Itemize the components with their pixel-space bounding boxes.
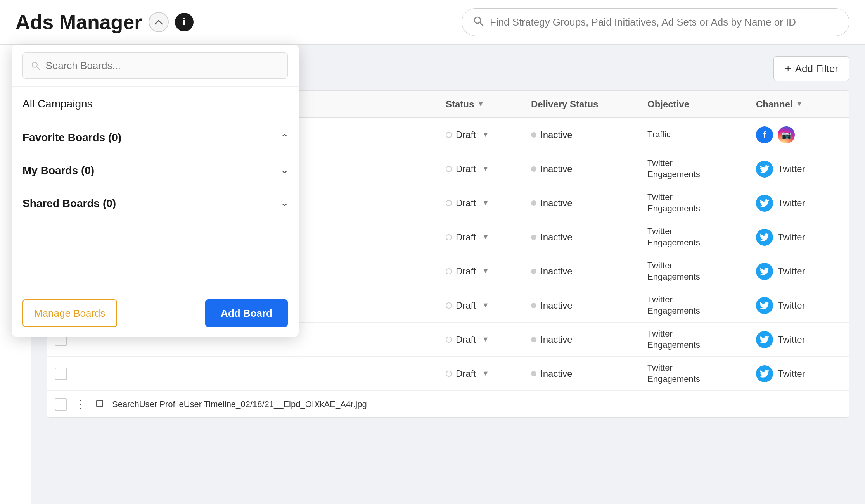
delivery-cell: Inactive [531, 164, 647, 174]
status-chevron-icon[interactable]: ▼ [482, 199, 489, 207]
bottom-action-row: ⋮ SearchUser ProfileUser Timeline_02/18/… [47, 391, 849, 417]
status-chevron-icon[interactable]: ▼ [482, 131, 489, 139]
status-indicator [446, 166, 452, 172]
status-chevron-icon[interactable]: ▼ [482, 233, 489, 241]
info-icon[interactable]: i [175, 13, 194, 31]
twitter-icon [756, 297, 773, 314]
status-chevron-icon[interactable]: ▼ [482, 267, 489, 275]
status-indicator [446, 268, 452, 274]
status-chevron-icon[interactable]: ▼ [482, 335, 489, 343]
status-cell: Draft ▼ [446, 300, 531, 311]
objective-cell: TwitterEngagements [647, 294, 756, 316]
global-search-input[interactable] [490, 16, 838, 28]
header: Ads Manager i [0, 0, 865, 45]
status-cell: Draft ▼ [446, 266, 531, 277]
shared-boards-header[interactable]: Shared Boards (0) ⌄ [12, 187, 299, 220]
delivery-cell: Inactive [531, 368, 647, 379]
add-board-button[interactable]: Add Board [205, 299, 288, 327]
channel-cell: Twitter [756, 161, 841, 178]
objective-cell: Traffic [647, 129, 756, 140]
col-status: Status ▼ [446, 99, 531, 110]
row-checkbox[interactable] [55, 368, 67, 380]
boards-search-input[interactable] [45, 60, 280, 72]
delivery-indicator [531, 269, 536, 274]
col-objective: Objective [647, 99, 756, 110]
search-icon [473, 16, 484, 29]
chevron-up-icon: ⌃ [281, 133, 288, 143]
status-indicator [446, 234, 452, 240]
facebook-icon: f [756, 126, 773, 143]
delivery-cell: Inactive [531, 266, 647, 277]
twitter-icon [756, 195, 773, 212]
twitter-icon [756, 229, 773, 246]
status-indicator [446, 132, 452, 138]
add-filter-button[interactable]: + Add Filter [773, 56, 849, 81]
manage-boards-button[interactable]: Manage Boards [22, 299, 117, 327]
objective-cell: TwitterEngagements [647, 192, 756, 214]
copy-button[interactable] [93, 397, 104, 411]
channel-sort-icon[interactable]: ▼ [796, 100, 803, 108]
status-chevron-icon[interactable]: ▼ [482, 301, 489, 309]
channel-cell: Twitter [756, 331, 841, 348]
favorite-boards-section: Favorite Boards (0) ⌃ [12, 121, 299, 154]
delivery-cell: Inactive [531, 334, 647, 345]
boards-search-box[interactable] [22, 52, 288, 79]
row-checkbox[interactable] [55, 398, 67, 411]
table-row: Draft ▼ Inactive TwitterEngagements Twit… [47, 357, 849, 391]
status-chevron-icon[interactable]: ▼ [482, 165, 489, 173]
my-boards-section: My Boards (0) ⌄ [12, 154, 299, 187]
chevron-down-icon: ⌄ [281, 166, 288, 176]
status-cell: Draft ▼ [446, 334, 531, 345]
col-channel: Channel ▼ [756, 99, 841, 110]
delivery-indicator [531, 337, 536, 342]
svg-line-1 [480, 22, 483, 26]
plus-icon: + [785, 62, 791, 75]
delivery-cell: Inactive [531, 198, 647, 209]
delivery-cell: Inactive [531, 232, 647, 243]
my-boards-header[interactable]: My Boards (0) ⌄ [12, 154, 299, 187]
twitter-icon [756, 263, 773, 280]
twitter-icon [756, 365, 773, 382]
all-campaigns-item[interactable]: All Campaigns [12, 87, 299, 121]
global-search-box[interactable] [462, 8, 849, 36]
chevron-up-button[interactable] [149, 12, 169, 32]
search-icon [31, 60, 40, 71]
delivery-cell: Inactive [531, 300, 647, 311]
channel-cell: Twitter [756, 297, 841, 314]
favorite-boards-header[interactable]: Favorite Boards (0) ⌃ [12, 121, 299, 154]
more-options-button[interactable]: ⋮ [75, 398, 86, 411]
delivery-indicator [531, 235, 536, 240]
status-cell: Draft ▼ [446, 232, 531, 243]
status-cell: Draft ▼ [446, 368, 531, 379]
item-name: SearchUser ProfileUser Timeline_02/18/21… [112, 399, 367, 409]
status-sort-icon[interactable]: ▼ [477, 100, 484, 108]
col-delivery: Delivery Status [531, 99, 647, 110]
delivery-cell: Inactive [531, 129, 647, 140]
svg-point-0 [474, 17, 481, 23]
status-indicator [446, 337, 452, 343]
objective-cell: TwitterEngagements [647, 328, 756, 350]
channel-cell: Twitter [756, 365, 841, 382]
dropdown-search-area [12, 45, 299, 87]
channel-cell: Twitter [756, 195, 841, 212]
status-indicator [446, 200, 452, 206]
status-cell: Draft ▼ [446, 198, 531, 209]
channel-cell: f 📷 [756, 126, 841, 143]
svg-line-4 [37, 67, 40, 69]
shared-boards-section: Shared Boards (0) ⌄ [12, 187, 299, 220]
dropdown-footer: Manage Boards Add Board [12, 290, 299, 337]
twitter-icon [756, 161, 773, 178]
twitter-icon [756, 331, 773, 348]
status-indicator [446, 302, 452, 309]
delivery-indicator [531, 132, 536, 138]
header-left: Ads Manager i [16, 10, 194, 34]
status-cell: Draft ▼ [446, 164, 531, 174]
objective-cell: TwitterEngagements [647, 158, 756, 180]
channel-cell: Twitter [756, 263, 841, 280]
objective-cell: TwitterEngagements [647, 226, 756, 248]
status-cell: Draft ▼ [446, 129, 531, 140]
status-indicator [446, 371, 452, 377]
status-chevron-icon[interactable]: ▼ [482, 369, 489, 378]
objective-cell: TwitterEngagements [647, 362, 756, 385]
objective-cell: TwitterEngagements [647, 260, 756, 282]
